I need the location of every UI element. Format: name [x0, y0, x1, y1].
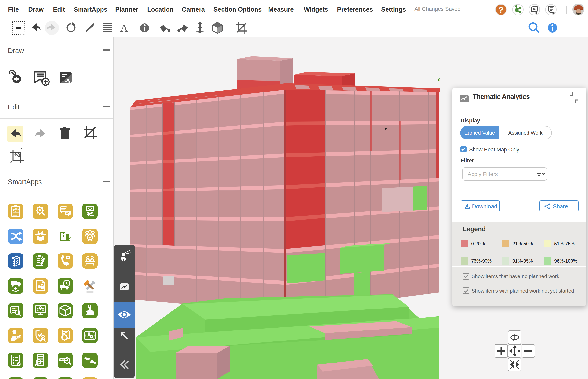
svg-text:Report: Report	[13, 210, 19, 212]
svg-text:MIR: MIR	[12, 307, 17, 310]
svg-text:A: A	[120, 22, 128, 34]
svg-text:0: 0	[438, 77, 440, 82]
